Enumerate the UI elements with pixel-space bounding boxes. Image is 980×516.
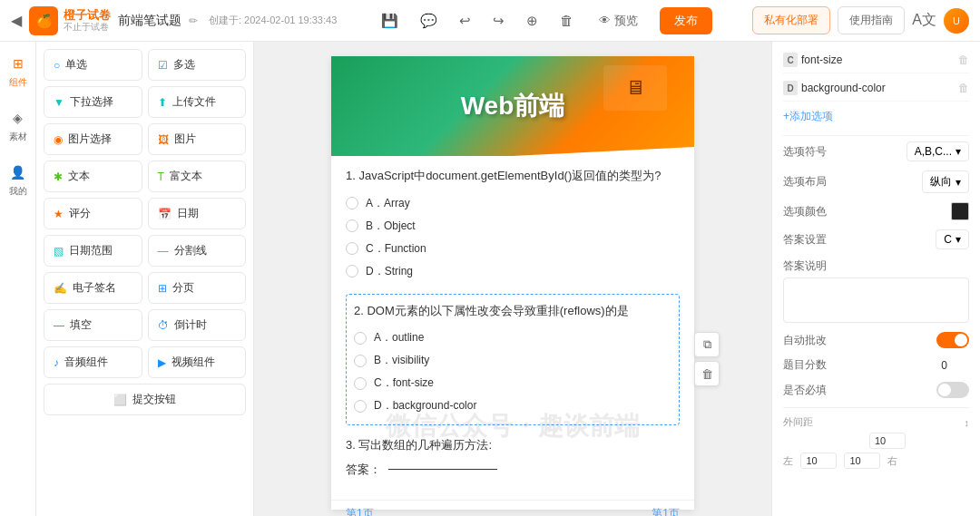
margin-top-input[interactable] <box>869 433 906 449</box>
required-row: 是否必填 <box>783 382 969 398</box>
comp-submit-btn[interactable]: ⬜ 提交按钮 <box>44 384 246 415</box>
redo-tool-icon[interactable]: ↪ <box>489 9 508 33</box>
answer-note-textarea[interactable] <box>783 277 969 323</box>
preview-button[interactable]: 👁 预览 <box>592 9 645 33</box>
option-c-delete-icon[interactable]: 🗑 <box>958 54 969 66</box>
option-2-d[interactable]: D．background-color <box>354 394 671 417</box>
publish-button[interactable]: 发布 <box>660 7 712 34</box>
option-1-c-radio <box>346 242 358 255</box>
required-label: 是否必填 <box>783 383 827 398</box>
divider-2 <box>783 407 969 408</box>
auto-grade-toggle[interactable] <box>936 332 969 348</box>
left-sidebar: ⊞ 组件 ◈ 素材 👤 我的 ○ 单选 ☑ 多选 <box>0 42 254 516</box>
countdown-icon: ⏱ <box>158 319 169 332</box>
date-icon: 📅 <box>158 208 172 220</box>
comp-countdown[interactable]: ⏱ 倒计时 <box>148 309 247 341</box>
delete-tool-icon[interactable]: 🗑 <box>556 9 577 32</box>
option-1-d[interactable]: D．String <box>346 260 680 283</box>
translate-icon[interactable]: A文 <box>912 11 936 30</box>
margin-right-input[interactable] <box>844 453 880 469</box>
save-tool-icon[interactable]: 💾 <box>377 9 402 33</box>
sidebar-item-material[interactable]: ◈ 素材 <box>7 107 29 143</box>
comp-text[interactable]: ✱ 文本 <box>44 161 142 192</box>
rating-icon: ★ <box>54 208 64 220</box>
multi-choice-icon: ☑ <box>158 59 168 72</box>
comp-rating[interactable]: ★ 评分 <box>44 198 142 229</box>
canvas-area: Web前端 🖥 1. JavaScript中document.getElemen… <box>254 42 771 516</box>
logo-name: 橙子试卷 <box>64 8 111 23</box>
video-icon: ▶ <box>158 356 166 369</box>
answer-setting-value: C <box>944 233 952 246</box>
page-indicator-right[interactable]: 第1页 <box>652 506 680 517</box>
sidebar-item-component[interactable]: ⊞ 组件 <box>7 53 29 89</box>
question-3: 3. 写出数组的几种遍历方法: 答案： <box>346 436 680 478</box>
submit-btn-icon: ⬜ <box>113 394 127 406</box>
answer-setting-dropdown[interactable]: C ▾ <box>936 229 969 249</box>
undo-tool-icon[interactable]: ↩ <box>456 9 475 33</box>
question-score-input[interactable] <box>933 359 969 372</box>
comment-tool-icon[interactable]: 💬 <box>416 9 441 33</box>
dropdown-icon: ▼ <box>54 96 64 109</box>
option-1-c[interactable]: C．Function <box>346 238 680 260</box>
question-2-selected[interactable]: 2. DOM元素的以下属性改变会导致重排(reflows)的是 A．outlin… <box>346 294 680 426</box>
avatar[interactable]: U <box>944 8 969 34</box>
option-symbol-label: 选项符号 <box>783 144 827 160</box>
comp-video[interactable]: ▶ 视频组件 <box>148 346 247 378</box>
comp-date-range[interactable]: ▧ 日期范围 <box>44 235 142 267</box>
comp-rich-text[interactable]: T 富文本 <box>148 161 247 192</box>
title-edit-icon[interactable]: ✏ <box>189 15 198 27</box>
comp-image[interactable]: 🖼 图片 <box>148 123 247 155</box>
rating-label: 评分 <box>69 206 91 221</box>
comp-date[interactable]: 📅 日期 <box>148 198 247 229</box>
component-nav-label: 组件 <box>9 76 27 89</box>
countdown-label: 倒计时 <box>174 317 207 333</box>
doc-meta: 创建于: 2024-02-01 19:33:43 <box>209 14 337 27</box>
option-d-delete-icon[interactable]: 🗑 <box>958 82 969 94</box>
private-deploy-button[interactable]: 私有化部署 <box>752 6 830 34</box>
comp-fill-blank[interactable]: — 填空 <box>44 309 142 341</box>
option-2-c-label: C．font-size <box>374 375 434 391</box>
comp-upload-file[interactable]: ⬆ 上传文件 <box>148 86 247 118</box>
option-2-c[interactable]: C．font-size <box>354 372 671 394</box>
add-option-button[interactable]: +添加选项 <box>783 109 969 124</box>
esign-label: 电子签名 <box>73 280 116 296</box>
page-indicator-left[interactable]: 第1页 <box>346 506 374 517</box>
mine-nav-icon: 👤 <box>7 161 29 183</box>
single-choice-label: 单选 <box>65 57 87 73</box>
comp-multi-choice[interactable]: ☑ 多选 <box>148 49 247 81</box>
fill-blank-label: 填空 <box>70 317 92 333</box>
option-1-b[interactable]: B．Object <box>346 215 680 238</box>
link-tool-icon[interactable]: ⊕ <box>523 9 542 33</box>
required-toggle[interactable] <box>936 382 969 398</box>
comp-image-choice[interactable]: ◉ 图片选择 <box>44 123 142 155</box>
margin-lr-row: 左 右 <box>783 453 969 469</box>
comp-divider[interactable]: — 分割线 <box>148 235 247 267</box>
option-1-d-label: D．String <box>366 264 413 279</box>
option-row-d: D background-color 🗑 <box>783 81 969 102</box>
option-symbol-dropdown[interactable]: A,B,C... ▾ <box>906 141 969 161</box>
comp-audio[interactable]: ♪ 音频组件 <box>44 346 142 378</box>
back-button[interactable]: ◀ <box>11 12 22 29</box>
options-section: C font-size 🗑 D background-color 🗑 +添加选项 <box>783 53 969 124</box>
option-1-b-label: B．Object <box>366 219 416 234</box>
option-color-swatch[interactable] <box>951 202 969 220</box>
copy-action-button[interactable]: ⧉ <box>694 332 720 357</box>
option-2-a[interactable]: A．outline <box>354 326 671 349</box>
margin-left-input[interactable] <box>800 453 837 469</box>
divider-label: 分割线 <box>174 243 207 258</box>
comp-pagination[interactable]: ⊞ 分页 <box>148 272 247 304</box>
image-choice-label: 图片选择 <box>68 131 112 147</box>
option-layout-dropdown[interactable]: 纵向 ▾ <box>922 170 969 193</box>
comp-esign[interactable]: ✍ 电子签名 <box>44 272 142 304</box>
user-guide-button[interactable]: 使用指南 <box>838 6 905 34</box>
sidebar-item-mine[interactable]: 👤 我的 <box>7 161 29 198</box>
option-d-badge: D <box>783 81 798 95</box>
topbar: ◀ 🍊 橙子试卷 不止于试卷 前端笔试题 ✏ 创建于: 2024-02-01 1… <box>0 0 980 42</box>
upload-file-label: 上传文件 <box>172 94 216 110</box>
component-grid: ○ 单选 ☑ 多选 ▼ 下拉选择 ⬆ 上传文件 ◉ 图片选择 <box>44 49 246 415</box>
option-2-b[interactable]: B．visibility <box>354 349 671 372</box>
option-1-a[interactable]: A．Array <box>346 192 680 215</box>
comp-single-choice[interactable]: ○ 单选 <box>44 49 142 81</box>
comp-dropdown[interactable]: ▼ 下拉选择 <box>44 86 142 118</box>
delete-action-button[interactable]: 🗑 <box>694 361 720 386</box>
